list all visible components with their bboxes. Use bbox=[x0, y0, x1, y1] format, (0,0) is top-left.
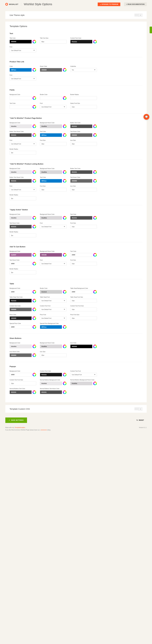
color-picker-icon[interactable] bbox=[32, 68, 36, 72]
color-swatch[interactable]: #ebe9eb bbox=[10, 124, 32, 128]
color-picker-icon[interactable] bbox=[63, 325, 66, 329]
color-picker-icon[interactable] bbox=[32, 353, 36, 357]
color-swatch[interactable]: #dad8da bbox=[40, 216, 62, 220]
theme-toggle[interactable] bbox=[134, 14, 142, 16]
color-swatch[interactable]: #1a1a1a bbox=[70, 40, 92, 44]
text-input[interactable] bbox=[10, 270, 36, 274]
text-input[interactable] bbox=[70, 316, 97, 320]
color-swatch[interactable]: #dad8da bbox=[70, 382, 92, 385]
upgrade-button[interactable]: UPGRADE TO PREMIUM bbox=[98, 2, 120, 6]
color-picker-icon[interactable] bbox=[32, 290, 36, 294]
color-swatch[interactable]: #dad8da bbox=[40, 170, 62, 174]
text-input[interactable] bbox=[70, 308, 97, 311]
color-picker-icon[interactable] bbox=[63, 96, 66, 100]
color-swatch[interactable]: #686868 bbox=[40, 68, 62, 72]
select-input[interactable]: Use Default Font bbox=[10, 77, 36, 80]
text-input[interactable] bbox=[10, 382, 36, 385]
color-picker-icon[interactable] bbox=[93, 216, 97, 220]
text-input[interactable] bbox=[70, 105, 97, 109]
color-picker-icon[interactable] bbox=[93, 290, 97, 294]
color-picker-icon[interactable] bbox=[63, 170, 66, 174]
text-input[interactable] bbox=[70, 299, 97, 302]
text-input[interactable] bbox=[70, 225, 97, 228]
select-input[interactable]: Use Default Font bbox=[40, 225, 66, 228]
color-swatch[interactable]: #007acc bbox=[40, 179, 62, 183]
color-swatch[interactable]: #ffffff bbox=[70, 253, 92, 257]
color-picker-icon[interactable] bbox=[63, 124, 66, 128]
select-input[interactable]: Use Default Font bbox=[10, 142, 36, 146]
color-picker-icon[interactable] bbox=[63, 290, 66, 294]
color-swatch[interactable]: #ffffff bbox=[70, 290, 92, 294]
reset-button[interactable]: RESET bbox=[134, 418, 147, 423]
color-swatch[interactable]: #000000 bbox=[10, 40, 32, 44]
color-swatch[interactable]: #dad8da bbox=[40, 344, 62, 348]
side-tab[interactable] bbox=[150, 26, 152, 33]
color-swatch[interactable]: #dad8da bbox=[40, 124, 62, 128]
text-input[interactable] bbox=[70, 142, 97, 146]
color-swatch[interactable]: #ebe9eb bbox=[10, 170, 32, 174]
color-picker-icon[interactable] bbox=[93, 124, 97, 128]
color-picker-icon[interactable] bbox=[32, 133, 36, 137]
color-picker-icon[interactable] bbox=[63, 179, 66, 183]
color-picker-icon[interactable] bbox=[32, 390, 36, 394]
select-input[interactable]: Use Default Font bbox=[40, 308, 66, 311]
color-picker-icon[interactable] bbox=[32, 105, 36, 109]
color-picker-icon[interactable] bbox=[32, 262, 36, 266]
color-picker-icon[interactable] bbox=[32, 179, 36, 183]
author-link[interactable]: TemplateInvaders bbox=[15, 427, 25, 428]
select-input[interactable]: Use Default Font bbox=[70, 373, 97, 376]
color-swatch[interactable]: #007acc bbox=[10, 68, 32, 72]
color-swatch[interactable]: #ebe9eb bbox=[40, 382, 62, 385]
color-picker-icon[interactable] bbox=[93, 344, 97, 348]
color-picker-icon[interactable] bbox=[93, 170, 97, 174]
color-picker-icon[interactable] bbox=[32, 225, 36, 228]
color-picker-icon[interactable] bbox=[63, 382, 66, 385]
select-input[interactable]: Use Default Font bbox=[40, 262, 66, 266]
color-picker-icon[interactable] bbox=[63, 390, 66, 394]
text-input[interactable] bbox=[70, 262, 97, 266]
color-swatch[interactable]: #ffffff bbox=[10, 373, 32, 376]
color-picker-icon[interactable] bbox=[32, 316, 36, 320]
select-input[interactable]: Use Default Font bbox=[40, 316, 66, 320]
color-swatch[interactable]: #007acc bbox=[40, 133, 62, 137]
color-picker-icon[interactable] bbox=[32, 344, 36, 348]
color-swatch[interactable]: #515151 bbox=[10, 390, 32, 394]
color-swatch[interactable]: #686868 bbox=[10, 308, 32, 311]
color-picker-icon[interactable] bbox=[63, 253, 66, 257]
text-input[interactable] bbox=[70, 96, 97, 100]
save-button[interactable]: SAVE SETTINGS bbox=[5, 418, 27, 423]
text-input[interactable] bbox=[40, 40, 66, 44]
text-input[interactable] bbox=[40, 188, 66, 192]
text-input[interactable] bbox=[70, 188, 97, 192]
color-swatch[interactable]: #515151 bbox=[40, 390, 62, 394]
select-input[interactable]: Use Default Font bbox=[10, 48, 36, 52]
select-input[interactable]: Use Default Font bbox=[40, 105, 66, 109]
color-swatch[interactable]: #935386 bbox=[40, 253, 62, 257]
color-picker-icon[interactable] bbox=[32, 40, 36, 44]
color-swatch[interactable]: #515151 bbox=[70, 216, 92, 220]
color-swatch[interactable]: #686868 bbox=[70, 133, 92, 137]
color-swatch[interactable]: #515151 bbox=[10, 133, 32, 137]
text-input[interactable] bbox=[10, 196, 36, 200]
color-swatch[interactable]: #ffffff bbox=[10, 290, 32, 294]
color-picker-icon[interactable] bbox=[93, 40, 97, 44]
text-input[interactable] bbox=[40, 353, 66, 357]
color-swatch[interactable]: #a46497 bbox=[10, 253, 32, 257]
color-picker-icon[interactable] bbox=[93, 133, 97, 137]
css-toggle[interactable] bbox=[134, 407, 142, 410]
select-input[interactable]: Use Default Font bbox=[40, 299, 66, 302]
text-input[interactable] bbox=[10, 151, 36, 154]
color-picker-icon[interactable] bbox=[32, 299, 36, 302]
color-picker-icon[interactable] bbox=[32, 216, 36, 220]
color-picker-icon[interactable] bbox=[63, 344, 66, 348]
color-picker-icon[interactable] bbox=[93, 382, 97, 385]
color-swatch[interactable]: #d1d1d1 bbox=[40, 290, 62, 294]
color-swatch[interactable]: #007acc bbox=[40, 325, 62, 329]
color-picker-icon[interactable] bbox=[93, 253, 97, 257]
color-swatch[interactable] bbox=[10, 105, 32, 109]
color-swatch[interactable]: #000000 bbox=[70, 344, 92, 348]
color-swatch[interactable]: #1a1a1a bbox=[40, 373, 62, 376]
docs-button[interactable]: READ DOCUMENTATION bbox=[124, 2, 147, 6]
select-input[interactable]: Use Default Font bbox=[10, 188, 36, 192]
color-picker-icon[interactable] bbox=[32, 253, 36, 257]
